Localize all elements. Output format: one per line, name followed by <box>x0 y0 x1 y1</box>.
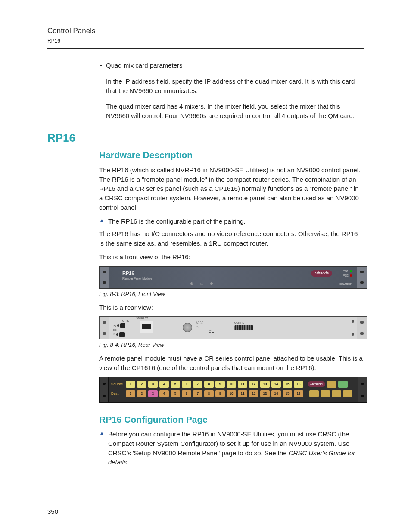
eth-label: 10/100 BT <box>136 317 148 320</box>
fig-cp1616: Source 12345678910111213141516 Miranda D… <box>99 377 364 403</box>
config-port: CONFIG <box>234 321 253 330</box>
cp-dest-row: Dest 12345678910111213141516 <box>111 389 355 398</box>
cp-source-button: 7 <box>193 381 202 388</box>
cp-dest-button: 14 <box>271 390 281 397</box>
bullet-item: • Quad mix card parameters <box>99 61 364 70</box>
section-title: RP16 <box>47 130 364 146</box>
cp-source-button: 15 <box>283 381 292 388</box>
cp-dest-button: 9 <box>215 390 225 397</box>
running-header: Control Panels RP16 <box>47 26 364 49</box>
cp-dest-button: 15 <box>283 390 292 397</box>
cp-dest-label: Dest <box>111 391 124 396</box>
cp-source-button: 16 <box>294 381 303 388</box>
cp-dest-button: 1 <box>126 390 135 397</box>
cp-dest-button: 7 <box>193 390 202 397</box>
cp-dest-button: 11 <box>238 390 247 397</box>
cp-source-button: 14 <box>271 381 281 388</box>
cp-source-button: 13 <box>260 381 270 388</box>
cp-dest-button: 5 <box>171 390 180 397</box>
hw-p4: This is a rear view: <box>99 303 364 312</box>
intro-p1: In the IP address field, specify the IP … <box>106 77 364 96</box>
fan-icon <box>183 323 192 332</box>
front-leds: PS1 PS2 <box>343 269 352 278</box>
cp-aux-btn <box>332 390 341 397</box>
hw-heading: Hardware Description <box>99 149 364 162</box>
cp-dest-button: 3 <box>148 390 158 397</box>
cp-source-button: 10 <box>227 381 236 388</box>
cp-aux-btn <box>327 381 336 388</box>
cp-source-row: Source 12345678910111213141516 Miranda <box>111 380 355 389</box>
cp-source-button: 4 <box>159 381 169 388</box>
cp-source-button: 1 <box>126 381 135 388</box>
header-title: Control Panels <box>47 26 364 37</box>
fig-rp16-rear: CTRL PS DC IN 10/100 BT ⓒ Ⓤ⚠ CE CONFIG <box>99 316 364 339</box>
cp-dest-button: 6 <box>182 390 191 397</box>
cp-dest-button: 13 <box>260 390 270 397</box>
rear-ear-left <box>100 317 109 339</box>
cp-source-button: 12 <box>249 381 258 388</box>
triangle-icon: ▲ <box>99 217 105 226</box>
front-device-label: RP16 <box>122 270 152 277</box>
hw-p2: The RP16 has no I/O connectors and no vi… <box>99 229 364 248</box>
cp-dest-button: 4 <box>159 390 169 397</box>
cp-dest-button: 16 <box>294 390 303 397</box>
cp-dest-button: 10 <box>227 390 236 397</box>
ce-mark: CE <box>209 329 214 334</box>
fig2-caption: Fig. 8-4: RP16, Rear View <box>99 341 364 349</box>
fig-rp16-front: RP16 Remote Panel Module ⊕ ▭ ⊕ Miranda P… <box>99 266 364 289</box>
cp-dest-button: 12 <box>249 390 258 397</box>
page-number: 350 <box>47 507 58 516</box>
note-1: ▲ The RP16 is the configurable part of t… <box>99 217 364 226</box>
cp-source-button: 3 <box>148 381 158 388</box>
rack-ear-right <box>357 267 367 288</box>
intro-p2: The quad mixer card has 4 mixers. In the… <box>106 102 364 121</box>
cp-aux-btn <box>343 390 352 397</box>
cfg-heading: RP16 Configuration Page <box>99 413 364 426</box>
cp-dest-button: 2 <box>137 390 146 397</box>
cp-aux-btn <box>309 390 319 397</box>
triangle-icon: ▲ <box>99 429 105 467</box>
cp-source-button: 5 <box>171 381 180 388</box>
front-center-icons: ⊕ ▭ ⊕ <box>190 281 216 286</box>
front-device-sub: Remote Panel Module <box>122 277 152 281</box>
rear-ear-right <box>357 317 367 339</box>
cp-dest-button: 8 <box>204 390 214 397</box>
bullet-dot-icon: • <box>99 61 103 70</box>
cp-brand: Miranda <box>308 381 325 387</box>
hw-p3: This is a front view of the RP16: <box>99 252 364 262</box>
header-sub: RP16 <box>47 37 364 45</box>
cp-ear-left <box>100 377 109 402</box>
hw-p5: A remote panel module must have a CR ser… <box>99 354 364 373</box>
header-rule <box>47 48 364 49</box>
cp-source-button: 11 <box>238 381 247 388</box>
cp-source-button: 6 <box>182 381 191 388</box>
cp-source-button: 8 <box>204 381 214 388</box>
cp-ear-right <box>358 377 367 402</box>
cp-source-button: 9 <box>215 381 225 388</box>
cp-source-label: Source <box>111 382 124 387</box>
note-1-text: The RP16 is the configurable part of the… <box>108 217 246 226</box>
cp-aux-btn <box>321 390 330 397</box>
cp-source-button: 2 <box>137 381 146 388</box>
front-frameid: FRAME ID <box>339 283 352 286</box>
power-block: CTRL PS DC IN <box>113 319 133 336</box>
hw-p1: The RP16 (which is called NVRP16 in NV90… <box>99 165 364 212</box>
rack-ear-left <box>100 267 109 288</box>
bullet-text: Quad mix card parameters <box>106 61 183 70</box>
cert-icons: ⓒ Ⓤ⚠ <box>196 321 203 330</box>
cp-aux-btn <box>338 381 348 388</box>
fig1-caption: Fig. 8-3: RP16, Front View <box>99 290 364 299</box>
brand-badge: Miranda <box>311 270 332 277</box>
cfg-note: ▲ Before you can configure the RP16 in N… <box>99 429 364 467</box>
ethernet-port-icon <box>140 321 153 333</box>
cfg-note-text: Before you can configure the RP16 in NV9… <box>108 429 364 467</box>
